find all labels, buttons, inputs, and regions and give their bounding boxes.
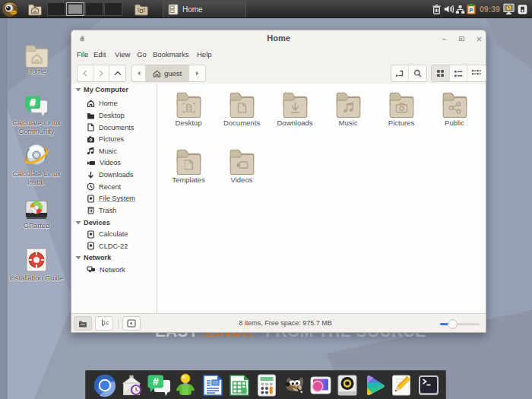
svg-text:D: D — [187, 106, 191, 111]
svg-text:P: P — [470, 7, 473, 14]
svg-text:#: # — [30, 97, 36, 108]
svg-text:#: # — [153, 375, 159, 387]
